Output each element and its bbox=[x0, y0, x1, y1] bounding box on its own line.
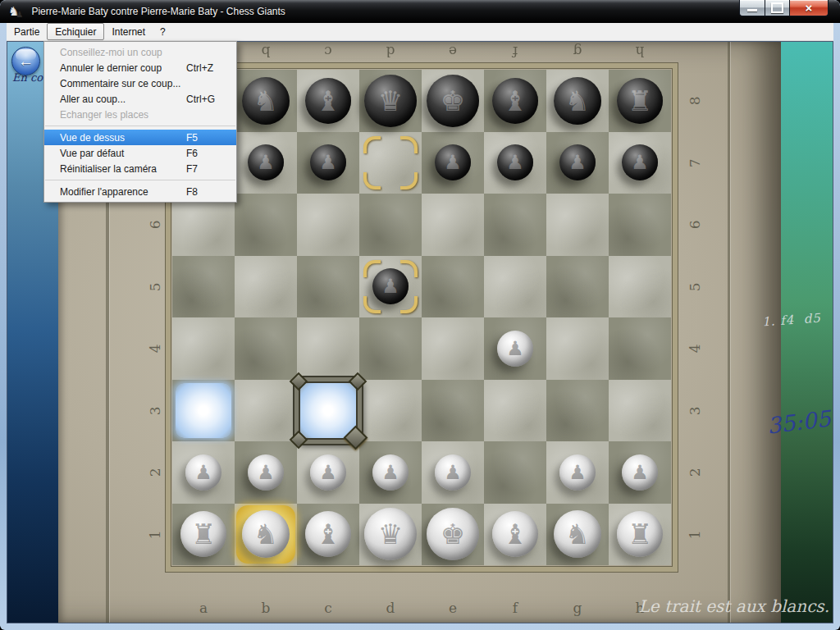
square-c7[interactable]: ♟ bbox=[297, 132, 359, 194]
square-g5[interactable] bbox=[546, 256, 609, 318]
square-d2[interactable]: ♟ bbox=[359, 441, 422, 504]
square-c6[interactable] bbox=[297, 194, 359, 256]
black-pawn-h7[interactable]: ♟ bbox=[622, 144, 658, 180]
white-pawn-e2[interactable]: ♟ bbox=[435, 454, 471, 491]
square-g6[interactable] bbox=[546, 194, 609, 256]
square-a3[interactable] bbox=[172, 380, 235, 442]
white-pawn-g2[interactable]: ♟ bbox=[559, 454, 596, 491]
square-b6[interactable] bbox=[235, 194, 297, 256]
square-f1[interactable]: ♝ bbox=[484, 504, 546, 566]
black-bishop-c8[interactable]: ♝ bbox=[305, 78, 351, 124]
square-e6[interactable] bbox=[422, 194, 484, 256]
white-knight-b1[interactable]: ♞ bbox=[242, 510, 290, 558]
white-knight-g1[interactable]: ♞ bbox=[554, 510, 601, 558]
square-h6[interactable] bbox=[609, 194, 671, 256]
square-h2[interactable]: ♟ bbox=[609, 441, 671, 504]
menubar-item-aide[interactable]: ? bbox=[153, 23, 173, 40]
square-d4[interactable] bbox=[359, 317, 422, 380]
menu-item-aller-au-coup[interactable]: Aller au coup...Ctrl+G bbox=[44, 91, 236, 107]
square-b2[interactable]: ♟ bbox=[235, 441, 297, 504]
titlebar[interactable]: ♞♟ Pierre-Marie Baty contre Pierre-Marie… bbox=[0, 0, 840, 23]
square-e4[interactable] bbox=[422, 317, 484, 380]
square-h1[interactable]: ♜ bbox=[609, 504, 671, 566]
black-pawn-g7[interactable]: ♟ bbox=[559, 144, 596, 180]
white-pawn-c2[interactable]: ♟ bbox=[310, 454, 346, 491]
close-button[interactable]: × bbox=[790, 0, 829, 16]
white-queen-d1[interactable]: ♛ bbox=[364, 508, 417, 560]
square-e3[interactable] bbox=[422, 380, 484, 442]
menubar-item-internet[interactable]: Internet bbox=[104, 23, 153, 40]
square-d5[interactable]: ♟ bbox=[359, 256, 422, 318]
white-pawn-a2[interactable]: ♟ bbox=[185, 454, 221, 491]
black-knight-g8[interactable]: ♞ bbox=[554, 77, 601, 125]
white-rook-h1[interactable]: ♜ bbox=[617, 511, 663, 557]
black-pawn-b7[interactable]: ♟ bbox=[248, 144, 284, 180]
menubar-item-partie[interactable]: Partie bbox=[7, 23, 47, 40]
square-g1[interactable]: ♞ bbox=[546, 504, 609, 566]
menu-item-commentaire-sur-ce-coup[interactable]: Commentaire sur ce coup... bbox=[44, 75, 236, 91]
white-pawn-d2[interactable]: ♟ bbox=[372, 454, 409, 491]
square-f4[interactable]: ♟ bbox=[484, 317, 546, 380]
square-b8[interactable]: ♞ bbox=[235, 70, 297, 132]
square-b7[interactable]: ♟ bbox=[235, 132, 297, 194]
black-pawn-c7[interactable]: ♟ bbox=[310, 144, 346, 180]
square-h3[interactable] bbox=[609, 380, 671, 442]
square-h7[interactable]: ♟ bbox=[609, 132, 671, 194]
menubar-item-echiquier[interactable]: Echiquier bbox=[47, 23, 104, 40]
square-b3[interactable] bbox=[235, 380, 297, 442]
square-c5[interactable] bbox=[297, 256, 359, 318]
white-king-e1[interactable]: ♚ bbox=[427, 508, 479, 560]
menu-item-annuler-le-dernier-coup[interactable]: Annuler le dernier coupCtrl+Z bbox=[44, 60, 236, 75]
square-b5[interactable] bbox=[235, 256, 297, 318]
square-g4[interactable] bbox=[546, 317, 609, 380]
square-f5[interactable] bbox=[484, 256, 546, 318]
square-e8[interactable]: ♚ bbox=[422, 70, 484, 132]
menu-item-r-initialiser-la-cam-ra[interactable]: Réinitialiser la caméraF7 bbox=[44, 161, 236, 176]
square-g8[interactable]: ♞ bbox=[546, 70, 609, 132]
square-f7[interactable]: ♟ bbox=[484, 132, 546, 194]
menu-item-vue-de-dessus[interactable]: Vue de dessusF5 bbox=[44, 130, 236, 145]
back-button[interactable]: ← bbox=[11, 47, 40, 75]
square-f6[interactable] bbox=[484, 194, 546, 256]
menu-item-vue-par-d-faut[interactable]: Vue par défautF6 bbox=[44, 145, 236, 161]
black-knight-b8[interactable]: ♞ bbox=[242, 77, 290, 125]
white-pawn-f4[interactable]: ♟ bbox=[497, 331, 533, 367]
square-d8[interactable]: ♛ bbox=[359, 70, 422, 132]
square-g2[interactable]: ♟ bbox=[546, 441, 609, 504]
square-b1[interactable]: ♞ bbox=[235, 504, 297, 566]
square-d6[interactable] bbox=[359, 194, 422, 256]
square-d3[interactable] bbox=[359, 380, 422, 442]
white-bishop-c1[interactable]: ♝ bbox=[305, 511, 351, 557]
square-c8[interactable]: ♝ bbox=[297, 70, 359, 132]
square-f3[interactable] bbox=[484, 380, 546, 442]
black-queen-d8[interactable]: ♛ bbox=[364, 75, 417, 127]
square-f8[interactable]: ♝ bbox=[484, 70, 546, 132]
white-pawn-b2[interactable]: ♟ bbox=[248, 454, 284, 491]
square-h5[interactable] bbox=[609, 256, 671, 318]
square-g3[interactable] bbox=[546, 380, 609, 442]
black-pawn-f7[interactable]: ♟ bbox=[497, 144, 533, 180]
square-c4[interactable] bbox=[297, 317, 359, 380]
square-h4[interactable] bbox=[609, 317, 671, 380]
square-d1[interactable]: ♛ bbox=[359, 504, 422, 566]
square-c3[interactable] bbox=[297, 380, 359, 442]
square-c2[interactable]: ♟ bbox=[297, 441, 359, 504]
white-bishop-f1[interactable]: ♝ bbox=[492, 511, 538, 557]
minimize-button[interactable] bbox=[739, 0, 765, 16]
square-e5[interactable] bbox=[422, 256, 484, 318]
black-rook-h8[interactable]: ♜ bbox=[617, 78, 663, 124]
black-king-e8[interactable]: ♚ bbox=[427, 75, 479, 127]
square-a1[interactable]: ♜ bbox=[172, 504, 235, 566]
square-h8[interactable]: ♜ bbox=[609, 70, 671, 132]
square-b4[interactable] bbox=[235, 317, 297, 380]
square-e2[interactable]: ♟ bbox=[422, 441, 484, 504]
maximize-button[interactable] bbox=[765, 0, 790, 16]
square-e1[interactable]: ♚ bbox=[422, 504, 484, 566]
black-bishop-f8[interactable]: ♝ bbox=[492, 78, 538, 124]
square-c1[interactable]: ♝ bbox=[297, 504, 359, 566]
black-pawn-e7[interactable]: ♟ bbox=[435, 144, 471, 180]
square-d7[interactable] bbox=[359, 132, 422, 194]
square-f2[interactable] bbox=[484, 441, 546, 504]
square-e7[interactable]: ♟ bbox=[422, 132, 484, 194]
square-g7[interactable]: ♟ bbox=[546, 132, 609, 194]
